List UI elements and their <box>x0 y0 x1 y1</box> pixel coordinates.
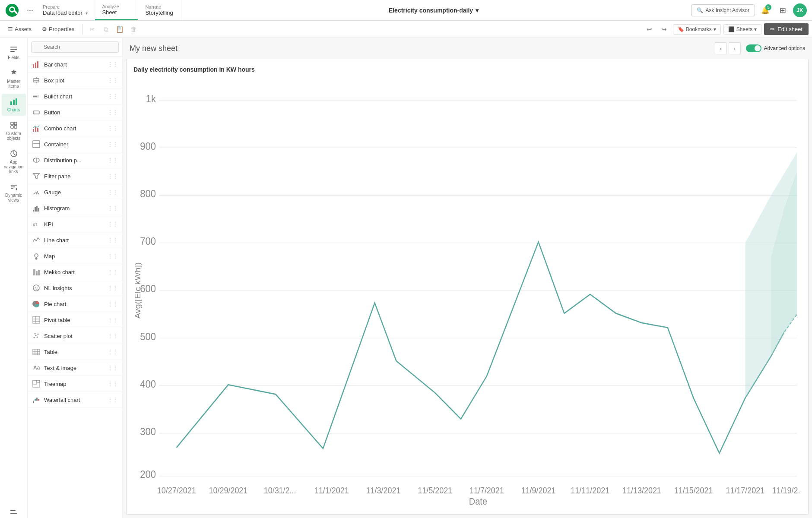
chart-item-kpi[interactable]: #1KPI⋮⋮ <box>28 216 122 232</box>
chart-item-combo-chart[interactable]: Combo chart⋮⋮ <box>28 120 122 136</box>
drag-handle-line-chart[interactable]: ⋮⋮ <box>108 237 118 243</box>
chart-icon-table <box>32 347 41 356</box>
drag-handle-nl-insights[interactable]: ⋮⋮ <box>108 285 118 291</box>
app-title[interactable]: Electricity consumption-daily ▾ <box>389 7 479 14</box>
chart-item-mekko-chart[interactable]: Mekko chart⋮⋮ <box>28 264 122 280</box>
sidebar-item-charts-label: Charts <box>7 107 20 112</box>
drag-handle-treemap[interactable]: ⋮⋮ <box>108 381 118 387</box>
sidebar-item-app-nav[interactable]: App navigation links <box>2 146 26 177</box>
insight-advisor-button[interactable]: 🔍 Ask Insight Advisor <box>691 4 755 16</box>
prev-sheet-button[interactable]: ‹ <box>715 42 727 54</box>
drag-handle-scatter-plot[interactable]: ⋮⋮ <box>108 333 118 339</box>
cut-button[interactable]: ✂ <box>86 23 98 35</box>
line-chart-svg: 1k 900 800 700 600 500 400 300 200 Avg([… <box>133 76 801 505</box>
drag-handle-box-plot[interactable]: ⋮⋮ <box>108 77 118 83</box>
chart-item-waterfall-chart[interactable]: Waterfall chart⋮⋮ <box>28 392 122 408</box>
apps-grid-button[interactable]: ⊞ <box>776 3 790 17</box>
chart-item-distribution-p[interactable]: Distribution p...⋮⋮ <box>28 152 122 168</box>
chart-item-text-image[interactable]: AaText & image⋮⋮ <box>28 360 122 376</box>
nav-prepare-subtitle: Data load editor ▾ <box>43 9 88 16</box>
chart-name-container: Container <box>44 141 108 148</box>
chart-item-pie-chart[interactable]: Pie chart⋮⋮ <box>28 296 122 312</box>
nav-narrate-label: Narrate <box>145 4 174 9</box>
drag-handle-map[interactable]: ⋮⋮ <box>108 253 118 259</box>
nav-prepare[interactable]: Prepare Data load editor ▾ <box>36 0 95 20</box>
advanced-options[interactable]: Advanced options <box>746 44 805 52</box>
chart-item-button[interactable]: Button⋮⋮ <box>28 104 122 120</box>
delete-button[interactable]: 🗑 <box>127 23 140 35</box>
chart-item-container[interactable]: Container⋮⋮ <box>28 136 122 152</box>
drag-handle-container[interactable]: ⋮⋮ <box>108 141 118 147</box>
next-sheet-button[interactable]: › <box>729 42 741 54</box>
drag-handle-text-image[interactable]: ⋮⋮ <box>108 365 118 371</box>
nav-narrate[interactable]: Narrate Storytelling <box>138 0 181 20</box>
chart-item-treemap[interactable]: Treemap⋮⋮ <box>28 376 122 392</box>
chart-item-map[interactable]: Map⋮⋮ <box>28 248 122 264</box>
chart-item-bullet-chart[interactable]: Bullet chart⋮⋮ <box>28 88 122 104</box>
svg-rect-31 <box>33 141 40 148</box>
chart-item-histogram[interactable]: Histogram⋮⋮ <box>28 200 122 216</box>
chart-item-nl-insights[interactable]: NLNL Insights⋮⋮ <box>28 280 122 296</box>
svg-text:Aa: Aa <box>33 365 40 371</box>
sheets-button[interactable]: ⬛ Sheets ▾ <box>723 24 761 35</box>
chart-item-line-chart[interactable]: Line chart⋮⋮ <box>28 232 122 248</box>
paste-button[interactable]: 📋 <box>114 23 126 35</box>
svg-text:11/9/2021: 11/9/2021 <box>521 486 556 495</box>
drag-handle-pie-chart[interactable]: ⋮⋮ <box>108 301 118 307</box>
nav-analyze[interactable]: Analyze Sheet <box>95 0 138 20</box>
bookmark-icon: 🔖 <box>678 26 684 32</box>
toolbar-right: ↩ ↪ 🔖 Bookmarks ▾ ⬛ Sheets ▾ ✏ Edit shee… <box>644 23 809 35</box>
edit-sheet-button[interactable]: ✏ Edit sheet <box>764 23 809 35</box>
chart-item-gauge[interactable]: Gauge⋮⋮ <box>28 184 122 200</box>
drag-handle-mekko-chart[interactable]: ⋮⋮ <box>108 269 118 275</box>
bookmarks-button[interactable]: 🔖 Bookmarks ▾ <box>673 24 721 35</box>
sidebar-item-dynamic-views[interactable]: Dynamic views <box>2 179 26 206</box>
chart-name-bullet-chart: Bullet chart <box>44 93 108 100</box>
chart-icon-box <box>32 76 41 85</box>
redo-button[interactable]: ↪ <box>658 23 670 35</box>
svg-rect-8 <box>13 100 15 105</box>
drag-handle-kpi[interactable]: ⋮⋮ <box>108 221 118 227</box>
insight-advisor-label: Ask Insight Advisor <box>706 7 749 13</box>
drag-handle-bar-chart[interactable]: ⋮⋮ <box>108 61 118 67</box>
svg-point-51 <box>34 337 35 338</box>
drag-handle-waterfall-chart[interactable]: ⋮⋮ <box>108 397 118 403</box>
copy-button[interactable]: ⧉ <box>100 23 112 35</box>
drag-handle-bullet-chart[interactable]: ⋮⋮ <box>108 93 118 99</box>
chart-item-filter-pane[interactable]: Filter pane⋮⋮ <box>28 168 122 184</box>
chart-item-scatter-plot[interactable]: Scatter plot⋮⋮ <box>28 328 122 344</box>
drag-handle-distribution-p[interactable]: ⋮⋮ <box>108 157 118 163</box>
drag-handle-filter-pane[interactable]: ⋮⋮ <box>108 173 118 179</box>
chart-name-button: Button <box>44 109 108 116</box>
sidebar-item-fields[interactable]: Fields <box>2 41 26 63</box>
drag-handle-combo-chart[interactable]: ⋮⋮ <box>108 125 118 131</box>
qlik-logo[interactable] <box>0 0 24 20</box>
chart-name-scatter-plot: Scatter plot <box>44 333 108 339</box>
drag-handle-button[interactable]: ⋮⋮ <box>108 109 118 115</box>
toolbar: ☰ Assets ⚙ Properties ✂ ⧉ 📋 🗑 ↩ ↪ 🔖 Book… <box>0 21 812 38</box>
drag-handle-pivot-table[interactable]: ⋮⋮ <box>108 317 118 323</box>
drag-handle-histogram[interactable]: ⋮⋮ <box>108 205 118 211</box>
chart-item-bar-chart[interactable]: Bar chart⋮⋮ <box>28 57 122 73</box>
sidebar-item-bottom[interactable] <box>2 502 26 518</box>
app-title-dropdown-icon: ▾ <box>476 7 479 14</box>
properties-tab[interactable]: ⚙ Properties <box>38 24 79 34</box>
chart-item-pivot-table[interactable]: Pivot table⋮⋮ <box>28 312 122 328</box>
chart-item-table[interactable]: Table⋮⋮ <box>28 344 122 360</box>
notifications-button[interactable]: 🔔 5 <box>758 3 772 17</box>
search-input[interactable] <box>31 41 119 53</box>
undo-button[interactable]: ↩ <box>644 23 656 35</box>
svg-rect-39 <box>38 208 39 212</box>
sheets-label: Sheets <box>736 26 752 32</box>
drag-handle-gauge[interactable]: ⋮⋮ <box>108 189 118 195</box>
sidebar-item-charts[interactable]: Charts <box>2 94 26 116</box>
advanced-options-toggle[interactable] <box>746 44 761 52</box>
assets-tab[interactable]: ☰ Assets <box>3 24 36 34</box>
sidebar-item-custom-objects[interactable]: Custom objects <box>2 117 26 144</box>
sidebar-item-master-items[interactable]: Master items <box>2 65 26 92</box>
drag-handle-table[interactable]: ⋮⋮ <box>108 349 118 355</box>
chart-item-box-plot[interactable]: Box plot⋮⋮ <box>28 73 122 88</box>
svg-text:300: 300 <box>140 426 156 437</box>
avatar[interactable]: JK <box>793 3 807 17</box>
nav-more-button[interactable]: ··· <box>24 0 36 20</box>
